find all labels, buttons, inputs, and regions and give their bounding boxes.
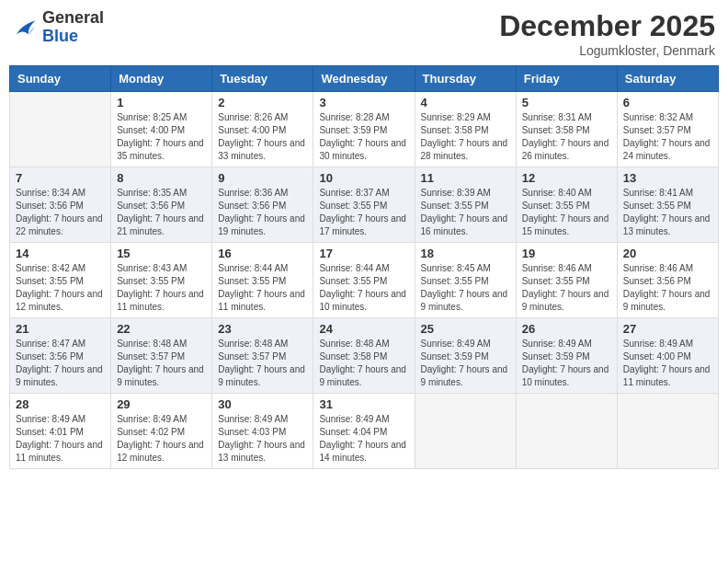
calendar-cell: 15Sunrise: 8:43 AMSunset: 3:55 PMDayligh…	[111, 243, 212, 318]
calendar-cell: 25Sunrise: 8:49 AMSunset: 3:59 PMDayligh…	[415, 318, 516, 394]
calendar-cell: 13Sunrise: 8:41 AMSunset: 3:55 PMDayligh…	[617, 167, 718, 243]
day-number: 13	[623, 171, 712, 185]
weekday-header-thursday: Thursday	[415, 66, 516, 92]
calendar-cell: 6Sunrise: 8:32 AMSunset: 3:57 PMDaylight…	[617, 92, 718, 167]
calendar-cell: 11Sunrise: 8:39 AMSunset: 3:55 PMDayligh…	[415, 167, 516, 243]
calendar-cell: 30Sunrise: 8:49 AMSunset: 4:03 PMDayligh…	[212, 394, 313, 469]
day-number: 19	[522, 247, 611, 260]
day-info: Sunrise: 8:43 AMSunset: 3:55 PMDaylight:…	[117, 262, 206, 314]
day-info: Sunrise: 8:39 AMSunset: 3:55 PMDaylight:…	[421, 187, 510, 238]
calendar-cell: 28Sunrise: 8:49 AMSunset: 4:01 PMDayligh…	[10, 394, 111, 469]
calendar-cell: 26Sunrise: 8:49 AMSunset: 3:59 PMDayligh…	[516, 318, 617, 394]
day-number: 9	[218, 171, 307, 185]
calendar-cell: 1Sunrise: 8:25 AMSunset: 4:00 PMDaylight…	[111, 92, 212, 167]
day-number: 24	[319, 322, 408, 336]
calendar-cell: 29Sunrise: 8:49 AMSunset: 4:02 PMDayligh…	[111, 394, 212, 469]
calendar-cell: 9Sunrise: 8:36 AMSunset: 3:56 PMDaylight…	[212, 167, 313, 243]
day-info: Sunrise: 8:44 AMSunset: 3:55 PMDaylight:…	[218, 262, 307, 314]
day-info: Sunrise: 8:40 AMSunset: 3:55 PMDaylight:…	[522, 187, 611, 238]
day-info: Sunrise: 8:46 AMSunset: 3:56 PMDaylight:…	[623, 262, 712, 314]
day-info: Sunrise: 8:47 AMSunset: 3:56 PMDaylight:…	[16, 338, 105, 389]
calendar-week-row: 28Sunrise: 8:49 AMSunset: 4:01 PMDayligh…	[10, 394, 719, 469]
day-number: 31	[319, 397, 408, 411]
calendar-cell: 16Sunrise: 8:44 AMSunset: 3:55 PMDayligh…	[212, 243, 313, 318]
calendar-week-row: 14Sunrise: 8:42 AMSunset: 3:55 PMDayligh…	[10, 243, 719, 318]
day-number: 17	[319, 247, 408, 260]
day-number: 3	[319, 96, 408, 109]
logo-bird-icon	[13, 17, 39, 38]
month-title: December 2025	[499, 9, 715, 43]
day-info: Sunrise: 8:34 AMSunset: 3:56 PMDaylight:…	[16, 187, 105, 238]
calendar-cell: 8Sunrise: 8:35 AMSunset: 3:56 PMDaylight…	[111, 167, 212, 243]
calendar-cell: 17Sunrise: 8:44 AMSunset: 3:55 PMDayligh…	[313, 243, 415, 318]
calendar-cell: 27Sunrise: 8:49 AMSunset: 4:00 PMDayligh…	[617, 318, 718, 394]
day-number: 16	[218, 247, 307, 260]
day-info: Sunrise: 8:49 AMSunset: 4:03 PMDaylight:…	[218, 413, 307, 465]
weekday-header-monday: Monday	[111, 66, 212, 92]
day-number: 5	[522, 96, 611, 109]
day-info: Sunrise: 8:48 AMSunset: 3:57 PMDaylight:…	[218, 338, 307, 389]
day-info: Sunrise: 8:32 AMSunset: 3:57 PMDaylight:…	[623, 111, 712, 163]
day-info: Sunrise: 8:48 AMSunset: 3:58 PMDaylight:…	[319, 338, 408, 389]
day-number: 10	[319, 171, 408, 185]
day-number: 1	[117, 96, 206, 109]
calendar-cell: 24Sunrise: 8:48 AMSunset: 3:58 PMDayligh…	[313, 318, 415, 394]
logo-general-text: General	[42, 8, 104, 27]
day-number: 14	[16, 247, 105, 260]
day-number: 7	[16, 171, 105, 185]
title-area: December 2025 Logumkloster, Denmark	[499, 9, 715, 58]
calendar-cell: 7Sunrise: 8:34 AMSunset: 3:56 PMDaylight…	[10, 167, 111, 243]
day-info: Sunrise: 8:49 AMSunset: 3:59 PMDaylight:…	[522, 338, 611, 389]
header: General Blue December 2025 Logumkloster,…	[9, 9, 719, 58]
logo: General Blue	[13, 9, 104, 46]
calendar-cell	[415, 394, 516, 469]
calendar-cell: 31Sunrise: 8:49 AMSunset: 4:04 PMDayligh…	[313, 394, 415, 469]
day-number: 20	[623, 247, 712, 260]
day-number: 21	[16, 322, 105, 336]
day-number: 28	[16, 397, 105, 411]
day-number: 29	[117, 397, 206, 411]
calendar-cell: 5Sunrise: 8:31 AMSunset: 3:58 PMDaylight…	[516, 92, 617, 167]
day-info: Sunrise: 8:28 AMSunset: 3:59 PMDaylight:…	[319, 111, 408, 163]
calendar-cell: 20Sunrise: 8:46 AMSunset: 3:56 PMDayligh…	[617, 243, 718, 318]
day-number: 18	[421, 247, 510, 260]
day-info: Sunrise: 8:48 AMSunset: 3:57 PMDaylight:…	[117, 338, 206, 389]
day-info: Sunrise: 8:36 AMSunset: 3:56 PMDaylight:…	[218, 187, 307, 238]
day-info: Sunrise: 8:37 AMSunset: 3:55 PMDaylight:…	[319, 187, 408, 238]
calendar-cell: 10Sunrise: 8:37 AMSunset: 3:55 PMDayligh…	[313, 167, 415, 243]
weekday-header-tuesday: Tuesday	[212, 66, 313, 92]
day-number: 4	[421, 96, 510, 109]
day-number: 6	[623, 96, 712, 109]
day-info: Sunrise: 8:29 AMSunset: 3:58 PMDaylight:…	[421, 111, 510, 163]
day-info: Sunrise: 8:49 AMSunset: 4:02 PMDaylight:…	[117, 413, 206, 465]
day-number: 2	[218, 96, 307, 109]
calendar-cell	[617, 394, 718, 469]
calendar-cell: 19Sunrise: 8:46 AMSunset: 3:55 PMDayligh…	[516, 243, 617, 318]
day-info: Sunrise: 8:49 AMSunset: 4:04 PMDaylight:…	[319, 413, 408, 465]
weekday-header-friday: Friday	[516, 66, 617, 92]
day-info: Sunrise: 8:49 AMSunset: 4:00 PMDaylight:…	[623, 338, 712, 389]
day-number: 11	[421, 171, 510, 185]
calendar-week-row: 21Sunrise: 8:47 AMSunset: 3:56 PMDayligh…	[10, 318, 719, 394]
day-number: 25	[421, 322, 510, 336]
calendar-week-row: 7Sunrise: 8:34 AMSunset: 3:56 PMDaylight…	[10, 167, 719, 243]
calendar-cell: 14Sunrise: 8:42 AMSunset: 3:55 PMDayligh…	[10, 243, 111, 318]
day-info: Sunrise: 8:44 AMSunset: 3:55 PMDaylight:…	[319, 262, 408, 314]
weekday-header-wednesday: Wednesday	[313, 66, 415, 92]
calendar-cell: 2Sunrise: 8:26 AMSunset: 4:00 PMDaylight…	[212, 92, 313, 167]
calendar-cell: 21Sunrise: 8:47 AMSunset: 3:56 PMDayligh…	[10, 318, 111, 394]
weekday-header-row: SundayMondayTuesdayWednesdayThursdayFrid…	[10, 66, 719, 92]
day-info: Sunrise: 8:35 AMSunset: 3:56 PMDaylight:…	[117, 187, 206, 238]
calendar-cell	[516, 394, 617, 469]
day-info: Sunrise: 8:25 AMSunset: 4:00 PMDaylight:…	[117, 111, 206, 163]
calendar-cell: 22Sunrise: 8:48 AMSunset: 3:57 PMDayligh…	[111, 318, 212, 394]
weekday-header-saturday: Saturday	[617, 66, 718, 92]
calendar-cell: 4Sunrise: 8:29 AMSunset: 3:58 PMDaylight…	[415, 92, 516, 167]
location: Logumkloster, Denmark	[499, 43, 715, 58]
day-info: Sunrise: 8:31 AMSunset: 3:58 PMDaylight:…	[522, 111, 611, 163]
day-number: 22	[117, 322, 206, 336]
day-number: 15	[117, 247, 206, 260]
day-number: 12	[522, 171, 611, 185]
logo-blue-text: Blue	[42, 27, 78, 45]
calendar: SundayMondayTuesdayWednesdayThursdayFrid…	[9, 65, 719, 469]
